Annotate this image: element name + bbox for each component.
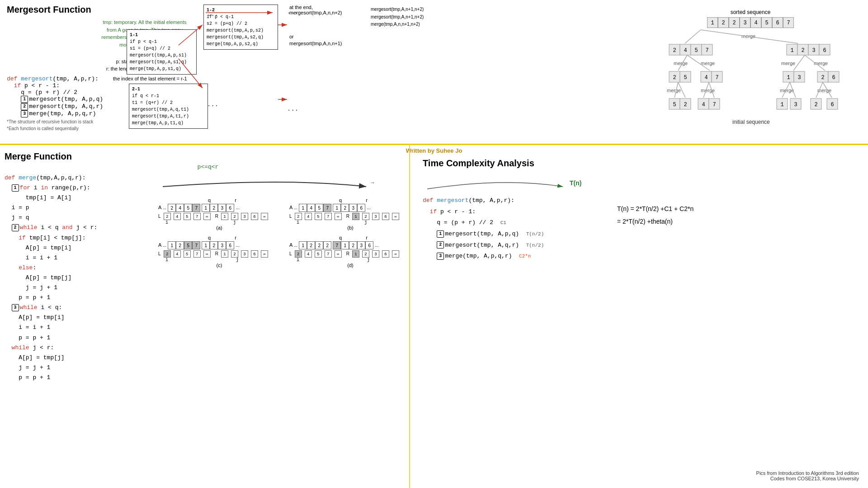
sorted-3: 2 (729, 17, 740, 28)
time-title: Time Complexity Analysis (423, 158, 859, 169)
svg-text:3: 3 (812, 47, 815, 54)
at-end-area: at the end, mergesort(tmp,A,n,n+2) (289, 5, 342, 15)
time-code-text: def mergesort(tmp, A,p,r): if p < r - 1:… (423, 195, 604, 262)
or-bottom: mergesort(tmp,A,n,n+1) (289, 41, 342, 46)
index-note: the index of the last element = r-1 (113, 76, 187, 81)
tree-svg: merge 2 4 5 7 1 2 3 6 merge merge me (660, 29, 841, 137)
time-equations: T(n) = 2*T(n/2) +C1 + C2*n = 2*T(n/2) +t… (617, 175, 775, 262)
sorted-5: 4 (750, 17, 761, 28)
sorted-row: 1 2 2 3 4 5 6 7 (660, 17, 841, 28)
diagram-d: q r A ... 1222 71236 ... L 2 4 (289, 235, 411, 268)
svg-text:5: 5 (684, 75, 687, 81)
sorted-4: 3 (740, 17, 750, 28)
box-1-1: 1-1 if p < q-1 s1 = (p+q) // 2 mergesort… (127, 29, 197, 75)
svg-text:2: 2 (684, 102, 687, 108)
bottom-left: Merge Function p<=q<r def merge(tmp,A,p,… (5, 151, 411, 488)
svg-text:2: 2 (801, 47, 804, 54)
svg-text:merge: merge (674, 61, 688, 66)
svg-line-13 (701, 30, 798, 43)
svg-text:7: 7 (705, 47, 708, 54)
arrow-mergesort-1: mergesort(tmp,A,n+1,n+2) (371, 7, 424, 12)
svg-text:2: 2 (673, 75, 676, 81)
merge-arrow-svg: → (158, 173, 411, 196)
sorted-6: 5 (761, 17, 772, 28)
top-section: Mergesort Function tmp: temporary. All t… (0, 0, 868, 145)
svg-text:6: 6 (832, 75, 835, 81)
svg-text:7: 7 (712, 102, 716, 108)
sorted-2: 2 (718, 17, 729, 28)
svg-text:2: 2 (673, 47, 676, 54)
svg-text:5: 5 (694, 47, 698, 54)
sorted-tree: sorted sequence 1 2 2 3 4 5 6 7 merge 2 … (660, 9, 841, 137)
svg-text:initial sequence: initial sequence (732, 119, 770, 125)
svg-text:→: → (371, 180, 374, 186)
svg-text:2: 2 (821, 75, 824, 81)
svg-text:1: 1 (787, 75, 790, 81)
merge-content: def merge(tmp,A,p,q,r): 1for i in range(… (5, 173, 411, 383)
svg-text:4: 4 (704, 75, 708, 81)
horizontal-divider (0, 144, 868, 145)
arrow-mergesort-2: mergesort(tmp,A,n+1,n+2) (371, 14, 424, 19)
merge-subtitle: p<=q<r (5, 164, 411, 170)
sorted-1: 1 (707, 17, 718, 28)
svg-text:3: 3 (797, 75, 801, 81)
diagram-a: q r A ... 2457 1236 ... L 2 (158, 197, 280, 230)
box-1-2: 1-2 if p < q-1 s2 = (p+q) // 2 mergesort… (203, 5, 278, 50)
diagram-c-label: (c) (158, 263, 280, 268)
svg-text:6: 6 (823, 47, 826, 54)
svg-text:7: 7 (715, 75, 718, 81)
svg-text:4: 4 (684, 47, 687, 54)
sorted-label: sorted sequence (660, 9, 841, 15)
diagram-c: q r A ... 1257 1236 ... L 2 4 (158, 235, 280, 268)
svg-text:merge: merge (667, 88, 681, 93)
merge-code: def merge(tmp,A,p,q,r): 1for i in range(… (5, 173, 149, 383)
vertical-divider (409, 145, 410, 488)
svg-text:6: 6 (830, 102, 834, 108)
diagram-grid: q r A ... 2457 1236 ... L 2 (158, 197, 411, 268)
time-content: T(n) def mergesort(tmp, A,p,r): if p < r… (423, 175, 859, 262)
merge-diagrams: → q r A ... 2457 1236 ... (158, 173, 411, 383)
arrow-merge: merge(tmp,A,n,n+1,n+2) (371, 22, 420, 27)
diagram-a-label: (a) (158, 225, 280, 230)
diagram-d-label: (d) (289, 263, 411, 268)
merge-code-block: def merge(tmp,A,p,q,r): 1for i in range(… (5, 173, 149, 383)
diagram-b-label: (b) (289, 225, 411, 230)
sorted-8: 7 (783, 17, 794, 28)
svg-text:4: 4 (702, 102, 705, 108)
footer: Pics from Introduction to Algorithms 3rd… (756, 470, 859, 481)
time-complexity-section: Time Complexity Analysis T(n) def merges… (414, 151, 868, 488)
sorted-7: 6 (772, 17, 783, 28)
svg-text:2: 2 (814, 102, 817, 108)
box-2-1: 2-1 if q < r-1 t1 = (q+r) // 2 mergesort… (129, 84, 208, 129)
svg-line-12 (685, 30, 701, 43)
svg-text:1: 1 (790, 47, 793, 54)
merge-title: Merge Function (5, 151, 411, 162)
svg-text:merge: merge (781, 61, 795, 66)
diagram-b: q r A ... 1457 1236 ... L 2 4 (289, 197, 411, 230)
or-text: or (289, 34, 294, 39)
time-code: T(n) def mergesort(tmp, A,p,r): if p < r… (423, 175, 604, 262)
svg-text:5: 5 (673, 102, 676, 108)
svg-text:merge: merge (701, 61, 715, 66)
tn-arrow-svg: T(n) (423, 175, 594, 193)
svg-text:3: 3 (794, 102, 797, 108)
svg-text:T(n): T(n) (570, 179, 581, 187)
svg-text:1: 1 (780, 102, 783, 108)
